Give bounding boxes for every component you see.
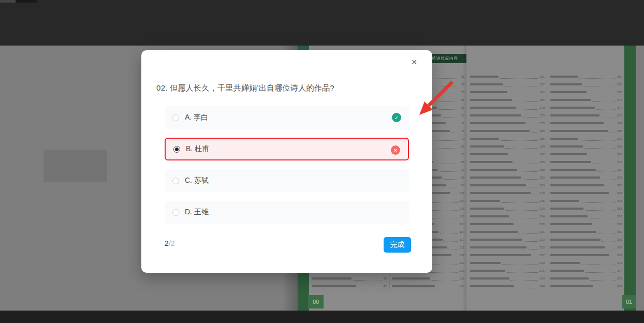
toc-row: 46: [312, 274, 387, 282]
toc-row: 334: [550, 173, 622, 181]
radio-selected-icon[interactable]: [173, 146, 180, 153]
toc-row: 351: [550, 204, 622, 212]
toc-row: 146: [392, 282, 464, 290]
question-text: 02. 但愿人长久，千里共婵娟'出自哪位诗人的作品?: [156, 83, 334, 93]
page-number-badge-right: 01: [622, 295, 636, 309]
toc-row: 361: [550, 220, 622, 228]
toc-row: 336: [550, 181, 622, 189]
radio-icon[interactable]: [172, 178, 179, 184]
option-B[interactable]: B. 杜甫✕: [165, 138, 409, 160]
option-label: A. 李白: [185, 113, 208, 122]
toc-row: 243: [470, 274, 545, 282]
page-green-edge-right: [624, 46, 636, 311]
wrong-cross-icon: ✕: [391, 145, 400, 155]
toc-row: 157: [470, 80, 545, 88]
toc-row: 374: [550, 267, 622, 274]
correct-check-icon: ✓: [392, 113, 401, 122]
option-label: C. 苏轼: [185, 176, 209, 185]
toc-row: 363: [550, 228, 622, 236]
toc-row: 305: [550, 150, 622, 158]
toc-row: 327: [550, 166, 622, 173]
toc-row: 241: [470, 267, 545, 274]
toc-row: 202: [470, 173, 545, 181]
toc-row: 369: [550, 251, 622, 259]
toc-row: 173: [470, 111, 545, 119]
radio-icon[interactable]: [172, 209, 179, 216]
toc-row: 47: [312, 282, 387, 290]
toc-row: 163: [470, 88, 545, 96]
toc-row: 228: [470, 220, 545, 228]
toc-row: 365: [550, 236, 622, 243]
toc-row: 224: [470, 212, 545, 220]
toc-row: 274: [550, 104, 622, 111]
close-icon[interactable]: ✕: [409, 57, 419, 67]
option-label: D. 王维: [185, 208, 209, 217]
toc-row: 237: [470, 251, 545, 259]
toc-row: 296: [550, 142, 622, 150]
topbar-corner: [0, 0, 16, 3]
toc-row: 356: [550, 212, 622, 220]
toc-row: 367: [550, 243, 622, 251]
toc-row: 175: [470, 119, 545, 127]
toc-row: 235: [470, 243, 545, 251]
toc-row: 193: [470, 150, 545, 158]
toc-row: 135: [392, 274, 464, 282]
toc-row: 180: [470, 127, 545, 135]
top-toolbar: [0, 0, 644, 46]
progress-total: /2: [169, 239, 175, 247]
screen: 本书目录与精讲对应内容 4679111214161719212224262729…: [0, 0, 644, 323]
toc-row: 215: [470, 197, 545, 204]
toc-row: 233: [470, 236, 545, 243]
toc-row: 219: [470, 204, 545, 212]
toc-row: 341: [550, 189, 622, 197]
toc-row: 231: [470, 228, 545, 236]
toc-row: 205: [470, 181, 545, 189]
toc-row: 288: [550, 127, 622, 135]
toc-row: 244: [470, 282, 545, 290]
page-number-badge-left: 00: [308, 295, 324, 309]
option-D[interactable]: D. 王维: [165, 201, 409, 224]
toc-row: 284: [550, 119, 622, 127]
toc-row: 268: [550, 88, 622, 96]
toc-column: 2502602682702742782842882922963053153273…: [548, 72, 622, 290]
toc-row: 165: [470, 96, 545, 104]
toc-row: 198: [470, 166, 545, 173]
options-list: A. 李白✓B. 杜甫✕C. 苏轼D. 王维: [165, 106, 409, 232]
toc-column: 1511571631651701731751801851891931951982…: [470, 72, 545, 290]
topbar-tab-notch: [16, 0, 37, 3]
finish-button[interactable]: 完成: [384, 237, 411, 253]
option-A[interactable]: A. 李白✓: [165, 106, 409, 129]
toc-row: 239: [470, 259, 545, 267]
toc-row: 170: [470, 104, 545, 111]
option-label: B. 杜甫: [186, 144, 209, 154]
toc-row: 250: [550, 72, 622, 80]
toc-row: 210: [470, 189, 545, 197]
toc-row: 292: [550, 135, 622, 142]
toc-row: 195: [470, 158, 545, 166]
radio-icon[interactable]: [172, 114, 179, 121]
toc-row: 260: [550, 80, 622, 88]
progress-current: 2: [165, 239, 169, 247]
bottom-toolbar: [0, 311, 644, 323]
book-page-right: 1511571631651701731751801851891931951982…: [466, 46, 636, 311]
quiz-modal: ✕ 02. 但愿人长久，千里共婵娟'出自哪位诗人的作品? A. 李白✓B. 杜甫…: [141, 50, 432, 273]
toc-row: 151: [470, 72, 545, 80]
toc-row: 381: [550, 282, 622, 290]
toc-row: 185: [470, 135, 545, 142]
toc-row: 371: [550, 259, 622, 267]
progress-indicator: 2/2: [165, 236, 174, 251]
toc-row: 278: [550, 111, 622, 119]
dimmed-panel: [43, 150, 107, 182]
toc-row: 346: [550, 197, 622, 204]
toc-row: 315: [550, 158, 622, 166]
toc-row: 189: [470, 142, 545, 150]
option-C[interactable]: C. 苏轼: [165, 169, 409, 192]
toc-row: 378: [550, 274, 622, 282]
toc-row: 270: [550, 96, 622, 104]
